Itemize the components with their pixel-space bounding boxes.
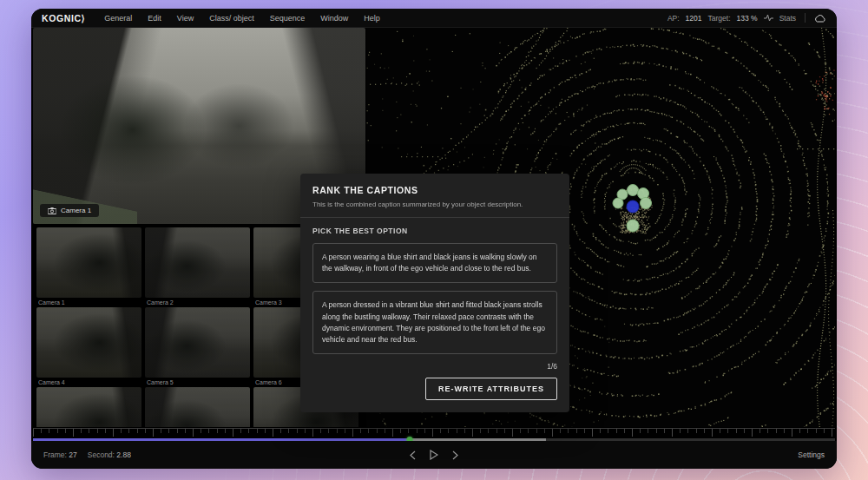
camera-main-label: Camera 1 [61,207,91,214]
menu-sequence[interactable]: Sequence [270,14,306,23]
caption-option-1[interactable]: A person wearing a blue shirt and black … [312,243,557,283]
chevron-right-icon [452,450,458,460]
pagination-counter: 1/6 [312,362,557,371]
camera-thumb-label-2: Camera 2 [145,298,250,307]
previous-frame-button[interactable] [410,450,416,460]
target-value: 133 % [737,14,758,23]
camera-thumb-label-5: Camera 5 [145,378,250,387]
camera-thumb-label-1: Camera 1 [36,298,141,307]
ap-value: 1201 [686,14,702,23]
next-frame-button[interactable] [452,450,458,460]
play-button[interactable] [430,450,438,460]
timeline-ruler[interactable] [33,428,835,438]
pulse-icon [764,14,773,22]
camera-thumb-1[interactable] [36,227,141,298]
second-value: 2.88 [116,450,131,459]
settings-button[interactable]: Settings [798,450,825,459]
modal-actions: RE-WRITE ATTRIBUTES [312,378,557,400]
play-icon [430,450,438,460]
menu-items: General Edit View Class/ object Sequence… [104,14,380,23]
modal-subtitle: This is the combined caption summarized … [312,201,557,208]
camera-thumb-2[interactable] [145,227,250,298]
rank-captions-modal: RANK THE CAPTIONS This is the combined c… [300,174,569,412]
camera-thumb-8[interactable] [145,387,250,427]
camera-thumb-4[interactable] [36,307,141,378]
camera-thumb-5[interactable] [145,307,250,378]
bottom-bar: Frame: 27 Second: 2.88 Settings [31,441,837,469]
menu-help[interactable]: Help [364,14,380,23]
frame-info: Frame: 27 Second: 2.88 [43,450,131,459]
second-label: Second: [88,450,115,459]
menu-right-status: AP: 1201 Target: 133 % Stats [667,13,826,23]
caption-option-2[interactable]: A person dressed in a vibrant blue shirt… [312,291,557,354]
menu-edit[interactable]: Edit [148,14,161,23]
target-label: Target: [708,14,731,23]
camera-thumb-label-4: Camera 4 [36,378,141,387]
modal-title: RANK THE CAPTIONS [312,185,557,195]
stats-button[interactable]: Stats [779,14,796,23]
playback-controls [410,450,458,460]
menu-bar: KOGNIC⟩ General Edit View Class/ object … [31,9,837,28]
menu-general[interactable]: General [104,14,132,23]
cloud-icon[interactable] [814,14,826,23]
camera-thumb-7[interactable] [36,387,141,427]
modal-section-label: PICK THE BEST OPTION [312,227,557,235]
chevron-left-icon [410,450,416,460]
camera-main-badge: Camera 1 [40,204,99,217]
modal-divider [300,217,569,218]
rewrite-attributes-button[interactable]: RE-WRITE ATTRIBUTES [425,378,557,400]
menu-window[interactable]: Window [320,14,348,23]
main-content: Camera 1 Camera 1 Camera 2 Camera 3 Came… [31,28,837,428]
frame-value: 27 [69,450,76,459]
menu-divider [805,13,806,23]
frame-label: Frame: [43,450,67,459]
ap-label: AP: [667,14,680,23]
menu-view[interactable]: View [177,14,194,23]
app-window: KOGNIC⟩ General Edit View Class/ object … [31,9,837,469]
kognic-logo: KOGNIC⟩ [42,13,85,23]
menu-class-object[interactable]: Class/ object [209,14,254,23]
camera-icon [48,207,56,214]
